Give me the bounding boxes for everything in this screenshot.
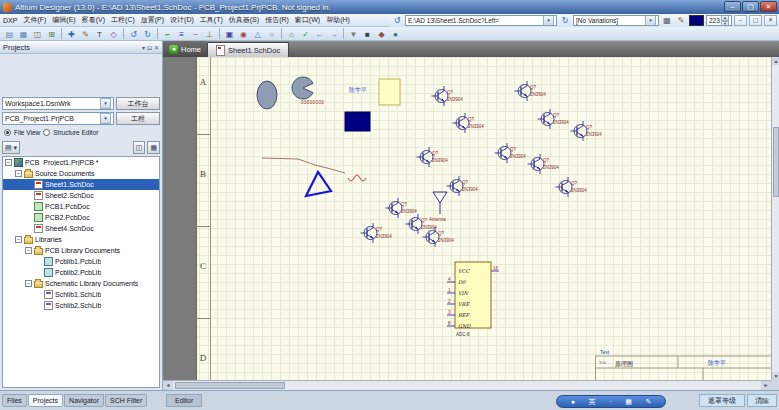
nav-back-icon[interactable]: ↺ xyxy=(391,15,403,26)
panel-tab-sch-filter[interactable]: SCH Filter xyxy=(105,394,147,407)
toolbar-icon[interactable]: ✓ xyxy=(299,27,312,40)
tree-expand-toggle[interactable]: − xyxy=(15,170,22,177)
document-path-combo[interactable]: E:\AD 13\Sheet1.SchDoc?Left= ▾ xyxy=(405,15,557,26)
file-view-radio[interactable] xyxy=(4,129,11,136)
maximize-button[interactable]: ▢ xyxy=(742,1,759,12)
horizontal-scrollbar[interactable]: ◄ ► xyxy=(163,380,771,390)
toolbar-icon[interactable]: ● xyxy=(389,27,402,40)
tree-item[interactable]: −Libraries xyxy=(3,234,159,245)
ime-icon[interactable]: ● xyxy=(571,396,575,407)
scroll-right-icon[interactable]: ► xyxy=(761,381,771,390)
toolbar-icon[interactable]: T xyxy=(93,27,106,40)
transistor[interactable]: Q?2N3904 xyxy=(528,154,560,174)
toolbar-icon[interactable]: ⌂ xyxy=(285,27,298,40)
transistor[interactable]: Q?2N3904 xyxy=(361,223,393,243)
transistor[interactable]: Q?2N3904 xyxy=(417,147,449,167)
panel-tab-navigator[interactable]: Navigator xyxy=(64,394,104,407)
tree-item[interactable]: −Schematic Library Documents xyxy=(3,278,159,289)
toolbar-icon[interactable]: ▤ xyxy=(3,27,16,40)
menu-item[interactable]: 帮助(H) xyxy=(323,15,353,25)
transistor[interactable]: Q?2N3904 xyxy=(423,227,455,247)
toolbar-icon[interactable]: ◉ xyxy=(237,27,250,40)
author-note-text[interactable]: 陈学平 xyxy=(349,86,367,94)
panel-tab-files[interactable]: Files xyxy=(2,394,27,407)
test-text[interactable]: Test xyxy=(600,349,610,355)
workspace-combo[interactable]: Workspace1.DsnWrk ▾ xyxy=(2,97,114,110)
panel-pin-icon[interactable]: ⊡ xyxy=(147,44,152,51)
panel-layers-button[interactable]: ◫ xyxy=(133,141,146,154)
scroll-up-icon[interactable]: ▲ xyxy=(772,57,779,65)
menu-item[interactable]: 编辑(E) xyxy=(49,15,78,25)
panel-folder-dropdown-button[interactable]: ▤ ▾ xyxy=(2,141,20,154)
spinner-arrows[interactable]: ▲▼ xyxy=(721,15,729,26)
tree-item[interactable]: Pcblib2.PcbLib xyxy=(3,267,159,278)
color-swatch[interactable] xyxy=(689,15,704,26)
chevron-down-icon[interactable]: ▾ xyxy=(543,15,554,26)
tree-item[interactable]: Pcblib1.PcbLib xyxy=(3,256,159,267)
tree-item[interactable]: Sheet1.SchDoc xyxy=(3,179,159,190)
editor-tab[interactable]: Editor xyxy=(166,394,202,407)
vertical-scroll-thumb[interactable] xyxy=(773,127,779,197)
structure-editor-radio[interactable] xyxy=(43,129,50,136)
chevron-down-icon[interactable]: ▾ xyxy=(100,113,111,124)
menu-item[interactable]: 报告(R) xyxy=(262,15,292,25)
edit-icon[interactable]: ✎ xyxy=(675,15,687,26)
tab-sheet1[interactable]: Sheet1.SchDoc xyxy=(207,42,289,57)
chevron-down-icon[interactable]: ▾ xyxy=(100,98,111,109)
menu-item[interactable]: 工具(T) xyxy=(197,15,226,25)
ellipse-shape[interactable] xyxy=(257,81,277,109)
tree-expand-toggle[interactable]: − xyxy=(5,159,12,166)
tree-item[interactable]: −Source Documents xyxy=(3,168,159,179)
tree-expand-toggle[interactable]: − xyxy=(25,247,32,254)
tree-item[interactable]: PCB1.PcbDoc xyxy=(3,201,159,212)
tree-item[interactable]: Sheet2.SchDoc xyxy=(3,190,159,201)
antenna-symbol[interactable]: Antenna xyxy=(429,192,447,222)
transistor[interactable]: Q?2N3904 xyxy=(386,198,418,218)
ime-toolbar[interactable]: ●英·▦✎ xyxy=(556,395,666,408)
toolbar-icon[interactable]: ↺ xyxy=(127,27,140,40)
schematic-canvas[interactable]: ABCD 00000000 陈学平 xyxy=(163,57,771,380)
toolbar-icon[interactable]: ≡ xyxy=(175,27,188,40)
ime-icon[interactable]: ✎ xyxy=(645,396,651,407)
toolbar-icon[interactable]: ◆ xyxy=(375,27,388,40)
toolbar-icon[interactable]: ▦ xyxy=(17,27,30,40)
menu-item[interactable]: 察看(V) xyxy=(79,15,108,25)
grid-icon[interactable]: ▦ xyxy=(661,15,673,26)
toolbar-icon[interactable]: ← xyxy=(313,27,326,40)
menu-item[interactable]: 工程(C) xyxy=(108,15,138,25)
tree-expand-toggle[interactable]: − xyxy=(15,236,22,243)
panel-close-icon[interactable]: ✕ xyxy=(154,44,159,51)
toolbar-icon[interactable]: → xyxy=(327,27,340,40)
menu-item[interactable]: 文件(F) xyxy=(20,15,49,25)
tree-item[interactable]: −PCB Library Documents xyxy=(3,245,159,256)
toolbar-icon[interactable]: ▼ xyxy=(347,27,360,40)
toolbar-icon[interactable]: ▣ xyxy=(223,27,236,40)
child-close-button[interactable]: ✕ xyxy=(764,15,777,26)
toolbar-icon[interactable]: ■ xyxy=(361,27,374,40)
variations-combo[interactable]: [No Variations] ▾ xyxy=(573,15,659,26)
transistor[interactable]: Q?2N3904 xyxy=(447,176,479,196)
nav-forward-icon[interactable]: ↻ xyxy=(559,15,571,26)
value-spinner[interactable]: 223 ▲▼ xyxy=(706,15,732,26)
adc-component[interactable]: VCC16D04VIN1VRE2REF3GND8ADC-8 xyxy=(447,262,499,337)
tree-item[interactable]: Schlib1.SchLib xyxy=(3,289,159,300)
transistor[interactable]: Q?2N3904 xyxy=(556,177,588,197)
tree-item[interactable]: PCB2.PcbDoc xyxy=(3,212,159,223)
horizontal-scroll-thumb[interactable] xyxy=(175,382,285,389)
tree-item[interactable]: −PCB_Project1.PrjPCB * xyxy=(3,157,159,168)
toolbar-icon[interactable]: ⊞ xyxy=(45,27,58,40)
transistor[interactable]: Q?2N3904 xyxy=(432,86,464,106)
projects-panel-header[interactable]: Projects ▾ ⊡ ✕ xyxy=(0,41,162,54)
toolbar-icon[interactable]: ~ xyxy=(189,27,202,40)
workspace-button[interactable]: 工作台 xyxy=(116,97,160,110)
pacman-shape[interactable] xyxy=(292,77,313,99)
project-button[interactable]: 工程 xyxy=(116,112,160,125)
toolbar-icon[interactable]: ✚ xyxy=(65,27,78,40)
mask-level-button[interactable]: 遮罩等级 xyxy=(699,394,745,407)
menu-item[interactable]: 窗口(W) xyxy=(292,15,323,25)
vertical-scrollbar[interactable]: ▲ ▼ xyxy=(771,57,779,380)
tree-expand-toggle[interactable]: − xyxy=(25,280,32,287)
minimize-button[interactable]: ‒ xyxy=(724,1,741,12)
menu-item[interactable]: 仿真器(S) xyxy=(226,15,262,25)
project-combo[interactable]: PCB_Project1.PrjPCB ▾ xyxy=(2,112,114,125)
